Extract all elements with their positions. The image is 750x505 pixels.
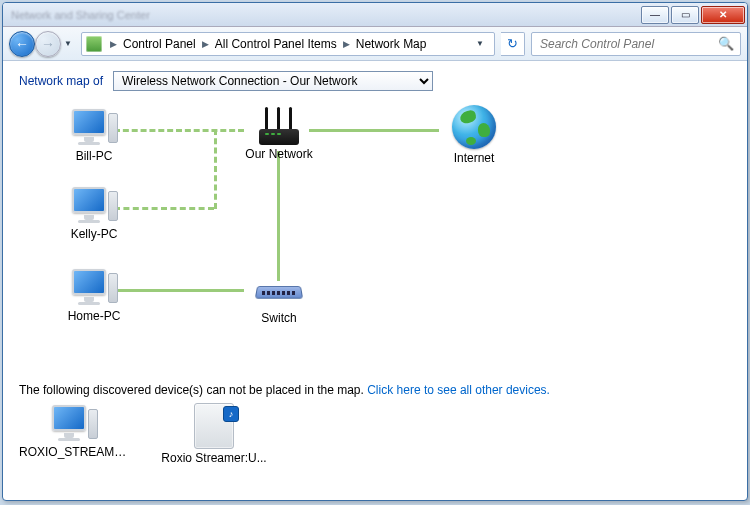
media-device-icon: ♪ [194,403,234,449]
computer-icon [70,267,118,307]
map-of-row: Network map of Wireless Network Connecti… [19,71,731,91]
chevron-right-icon: ▶ [106,39,121,49]
network-map-canvas: Bill-PC Kelly-PC Home-PC Our Netw [19,99,731,379]
node-internet[interactable]: Internet [429,105,519,165]
unplaced-device-roxio-streamer[interactable]: ROXIO_STREAMER [19,403,129,465]
node-label: Home-PC [49,309,139,323]
node-label: Our Network [234,147,324,161]
content-area: Network map of Wireless Network Connecti… [3,61,747,500]
computer-icon [70,107,118,147]
search-box[interactable]: 🔍 [531,32,741,56]
globe-icon [452,105,496,149]
node-label: Roxio Streamer:U... [159,451,269,465]
see-all-devices-link[interactable]: Click here to see all other devices. [367,383,550,397]
breadcrumb[interactable]: ▶ Control Panel ▶ All Control Panel Item… [81,32,495,56]
node-label: Kelly-PC [49,227,139,241]
arrow-right-icon: → [41,36,55,52]
map-of-select[interactable]: Wireless Network Connection - Our Networ… [113,71,433,91]
caption-buttons: — ▭ ✕ [641,6,745,24]
breadcrumb-item-control-panel[interactable]: Control Panel [121,35,198,53]
arrow-left-icon: ← [15,36,29,52]
nav-history-dropdown[interactable]: ▼ [61,33,75,55]
badge-icon: ♪ [223,406,239,422]
refresh-button[interactable]: ↻ [501,32,525,56]
title-bar: Network and Sharing Center — ▭ ✕ [3,3,747,27]
search-icon: 🔍 [718,36,734,51]
navigation-bar: ← → ▼ ▶ Control Panel ▶ All Control Pane… [3,27,747,61]
map-of-label: Network map of [19,74,103,88]
breadcrumb-dropdown[interactable]: ▼ [470,39,490,48]
chevron-right-icon: ▶ [339,39,354,49]
computer-icon [50,403,98,443]
node-router[interactable]: Our Network [234,103,324,161]
node-label: ROXIO_STREAMER [19,445,129,459]
node-bill-pc[interactable]: Bill-PC [49,107,139,163]
node-label: Switch [234,311,324,325]
node-label: Bill-PC [49,149,139,163]
node-label: Internet [429,151,519,165]
node-kelly-pc[interactable]: Kelly-PC [49,185,139,241]
maximize-button[interactable]: ▭ [671,6,699,24]
computer-icon [70,185,118,225]
window-frame: Network and Sharing Center — ▭ ✕ ← → ▼ ▶… [2,2,748,501]
control-panel-icon [86,36,102,52]
search-input[interactable] [538,36,718,52]
chevron-right-icon: ▶ [198,39,213,49]
switch-icon [254,273,304,303]
node-home-pc[interactable]: Home-PC [49,267,139,323]
minimize-button[interactable]: — [641,6,669,24]
unplaced-text: The following discovered device(s) can n… [19,383,364,397]
forward-button[interactable]: → [35,31,61,57]
back-button[interactable]: ← [9,31,35,57]
node-switch[interactable]: Switch [234,267,324,325]
link-kellypc-branch-v [214,129,217,209]
window-title: Network and Sharing Center [11,9,150,21]
breadcrumb-item-all-items[interactable]: All Control Panel Items [213,35,339,53]
breadcrumb-item-network-map[interactable]: Network Map [354,35,429,53]
unplaced-devices-text: The following discovered device(s) can n… [19,383,731,397]
unplaced-device-roxio-drive[interactable]: ♪ Roxio Streamer:U... [159,403,269,465]
close-button[interactable]: ✕ [701,6,745,24]
router-icon [255,103,303,145]
refresh-icon: ↻ [507,36,518,51]
nav-arrow-group: ← → ▼ [9,31,75,57]
link-router-switch [277,151,280,281]
link-router-internet [309,129,439,132]
unplaced-devices-row: ROXIO_STREAMER ♪ Roxio Streamer:U... [19,403,731,465]
